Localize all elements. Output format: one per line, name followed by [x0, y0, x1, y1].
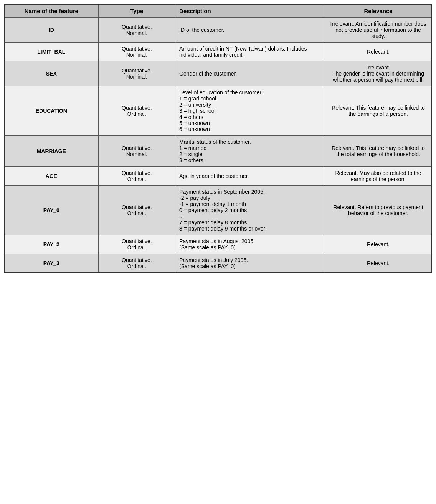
header-type: Type	[98, 4, 175, 18]
cell-feature-name: EDUCATION	[4, 86, 98, 136]
cell-feature-relevance: Relevant. Refers to previous payment beh…	[325, 186, 432, 235]
cell-feature-name: PAY_2	[4, 235, 98, 254]
cell-feature-description: Amount of credit in NT (New Taiwan) doll…	[175, 43, 325, 61]
cell-feature-description: Payment status in August 2005. (Same sca…	[175, 235, 325, 254]
cell-feature-relevance: Irrelevant. The gender is irrelevant in …	[325, 61, 432, 86]
cell-feature-description: Payment status in July 2005. (Same scale…	[175, 254, 325, 273]
cell-feature-description: Marital status of the customer. 1 = marr…	[175, 136, 325, 167]
cell-feature-type: Quantitative. Ordinal.	[98, 235, 175, 254]
cell-feature-relevance: Relevant.	[325, 43, 432, 61]
cell-feature-relevance: Relevant. May also be related to the ear…	[325, 167, 432, 186]
cell-feature-type: Quantitative. Nominal.	[98, 136, 175, 167]
table-row: PAY_2Quantitative. Ordinal.Payment statu…	[4, 235, 432, 254]
cell-feature-type: Quantitative. Nominal.	[98, 43, 175, 61]
cell-feature-type: Quantitative. Ordinal.	[98, 254, 175, 273]
cell-feature-relevance: Relevant. This feature may be linked to …	[325, 86, 432, 136]
cell-feature-description: Age in years of the customer.	[175, 167, 325, 186]
cell-feature-description: Level of education of the customer. 1 = …	[175, 86, 325, 136]
cell-feature-description: Gender of the customer.	[175, 61, 325, 86]
table-row: EDUCATIONQuantitative. Ordinal.Level of …	[4, 86, 432, 136]
cell-feature-name: AGE	[4, 167, 98, 186]
header-description: Description	[175, 4, 325, 18]
header-name: Name of the feature	[4, 4, 98, 18]
cell-feature-name: ID	[4, 18, 98, 43]
table-row: MARRIAGEQuantitative. Nominal.Marital st…	[4, 136, 432, 167]
cell-feature-type: Quantitative. Ordinal.	[98, 186, 175, 235]
table-row: SEXQuantitative. Nominal.Gender of the c…	[4, 61, 432, 86]
table-row: AGEQuantitative. Ordinal.Age in years of…	[4, 167, 432, 186]
cell-feature-type: Quantitative. Ordinal.	[98, 86, 175, 136]
table-row: LIMIT_BALQuantitative. Nominal.Amount of…	[4, 43, 432, 61]
header-relevance: Relevance	[325, 4, 432, 18]
cell-feature-name: PAY_3	[4, 254, 98, 273]
table-row: IDQuantitative. Nominal.ID of the custom…	[4, 18, 432, 43]
cell-feature-name: LIMIT_BAL	[4, 43, 98, 61]
cell-feature-type: Quantitative. Ordinal.	[98, 167, 175, 186]
cell-feature-description: Payment status in September 2005. -2 = p…	[175, 186, 325, 235]
table-header-row: Name of the feature Type Description Rel…	[4, 4, 432, 18]
table-row: PAY_3Quantitative. Ordinal.Payment statu…	[4, 254, 432, 273]
cell-feature-name: SEX	[4, 61, 98, 86]
cell-feature-type: Quantitative. Nominal.	[98, 18, 175, 43]
cell-feature-relevance: Relevant.	[325, 235, 432, 254]
cell-feature-relevance: Relevant.	[325, 254, 432, 273]
cell-feature-relevance: Relevant. This feature may be linked to …	[325, 136, 432, 167]
cell-feature-description: ID of the customer.	[175, 18, 325, 43]
cell-feature-name: PAY_0	[4, 186, 98, 235]
features-table: Name of the feature Type Description Rel…	[4, 4, 432, 273]
cell-feature-type: Quantitative. Nominal.	[98, 61, 175, 86]
cell-feature-name: MARRIAGE	[4, 136, 98, 167]
cell-feature-relevance: Irrelevant. An identification number doe…	[325, 18, 432, 43]
table-row: PAY_0Quantitative. Ordinal.Payment statu…	[4, 186, 432, 235]
